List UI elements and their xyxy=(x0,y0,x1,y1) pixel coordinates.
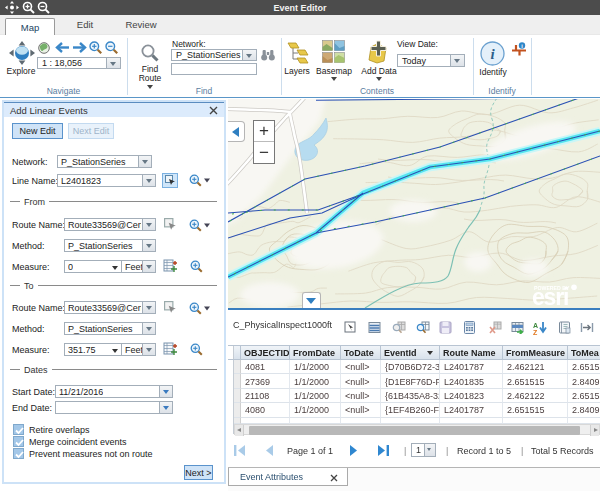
svg-text:esri: esri xyxy=(532,284,568,308)
